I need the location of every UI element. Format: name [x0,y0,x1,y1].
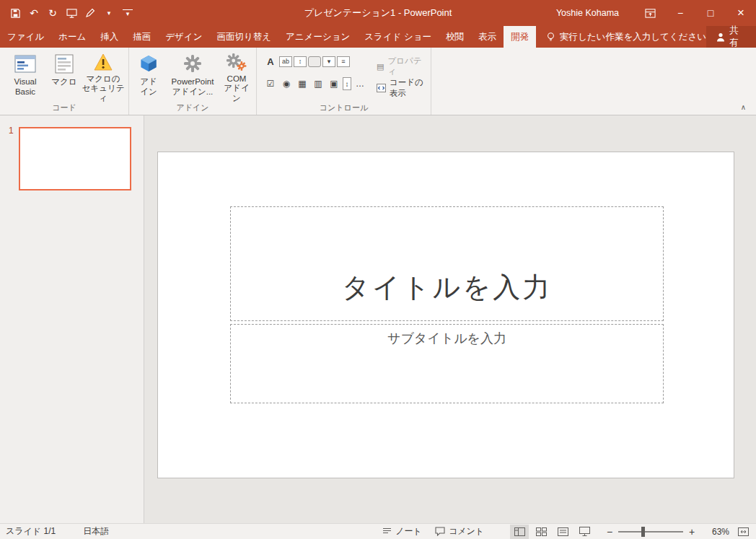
status-bar: スライド 1/1 日本語 ノート コメント [0,523,756,539]
tab-developer[interactable]: 開発 [504,26,536,48]
slide-number: 1 [9,126,14,136]
visual-basic-icon [14,52,36,75]
visual-basic-label: Visual Basic [3,77,48,97]
fit-slide-to-window-button[interactable] [738,527,749,536]
scrollbar-control-button[interactable]: ↕ [343,77,351,90]
add-ins-label: アド イン [140,77,157,97]
group-label-addins: アドイン [129,102,256,113]
collapse-ribbon-button[interactable]: ∧ [741,103,746,111]
notes-icon [382,527,392,535]
titlebar: ↶ ↻ ▾ ▾ プレゼンテーション1 - PowerPoint Yoshie K… [0,0,756,26]
quick-access-toolbar: ↶ ↻ ▾ ▾ [0,4,136,22]
add-ins-button[interactable]: アド イン [132,50,165,103]
lightbulb-icon [546,32,555,42]
reading-view-button[interactable] [553,525,572,539]
undo-icon[interactable]: ↶ [26,4,42,22]
ribbon-group-controls: A ab ↕ ▾ ≡ ☑ ◉ ▦ ▥ ▣ ↕ … [257,48,431,115]
tab-home[interactable]: ホーム [51,26,93,48]
ribbon: Visual Basic マクロ マクロの セキュリティ コード [0,48,756,115]
visual-basic-button[interactable]: Visual Basic [3,50,48,103]
tab-transitions[interactable]: 画面切り替え [209,26,278,48]
properties-icon: ▤ [377,62,384,71]
title-placeholder[interactable]: タイトルを入力 [230,206,664,321]
toggle-button-control-button[interactable]: ▦ [295,76,309,91]
ribbon-group-addins: アド イン PowerPoint アドイン... COM アドイン アドイン [129,48,257,115]
ribbon-tab-row: ファイル ホーム 挿入 描画 デザイン 画面切り替え アニメーション スライド … [0,26,756,48]
checkbox-control-button[interactable]: ☑ [263,76,278,91]
command-button-control-button[interactable] [308,56,321,67]
slide-thumbnail-pane: 1 [0,115,144,523]
language-indicator[interactable]: 日本語 [83,525,109,538]
redo-icon[interactable]: ↻ [45,4,61,22]
warning-icon [93,52,113,72]
view-code-button[interactable]: コードの表示 [377,80,428,96]
controls-text-buttons: ▤ プロパティ コードの表示 [377,50,428,96]
tab-review[interactable]: 校閲 [439,26,471,48]
frame-control-button[interactable]: ▥ [311,76,325,91]
macro-security-button[interactable]: マクロの セキュリティ [81,50,126,103]
tab-slideshow[interactable]: スライド ショー [357,26,439,48]
spin-button-control-button[interactable]: ↕ [294,56,307,67]
view-code-icon [377,84,386,92]
com-gear-icon [227,52,247,72]
maximize-button[interactable]: □ [695,0,726,26]
pen-icon[interactable] [82,4,98,22]
view-code-label: コードの表示 [390,77,428,99]
share-label: 共有 [729,25,746,49]
share-button[interactable]: 共有 [706,26,756,48]
customize-qat-icon[interactable]: ▾ [120,4,136,22]
powerpoint-add-ins-button[interactable]: PowerPoint アドイン... [165,50,220,103]
slide-sorter-view-button[interactable] [532,525,550,539]
label-control-button[interactable]: A [263,54,278,69]
comments-label: コメント [449,525,484,538]
option-button-control-button[interactable]: ◉ [279,76,294,91]
comments-button[interactable]: コメント [435,525,484,538]
tab-animations[interactable]: アニメーション [278,26,357,48]
zoom-level[interactable]: 63% [705,527,729,537]
list-box-control-button[interactable]: ≡ [337,56,350,67]
properties-button[interactable]: ▤ プロパティ [377,58,428,74]
zoom-in-button[interactable]: + [686,526,698,538]
more-controls-button[interactable]: … [353,76,367,91]
image-control-button[interactable]: ▣ [327,76,341,91]
save-icon[interactable] [7,4,23,22]
start-presentation-icon[interactable] [63,4,79,22]
notes-label: ノート [395,525,422,538]
macros-icon [55,52,74,75]
tab-file[interactable]: ファイル [0,26,51,48]
minimize-button[interactable]: − [665,0,695,26]
close-button[interactable]: × [726,0,756,26]
zoom-slider[interactable] [618,531,683,533]
zoom-slider-thumb[interactable] [641,527,645,537]
title-placeholder-text: タイトルを入力 [342,269,552,306]
controls-grid: A ab ↕ ▾ ≡ ☑ ◉ ▦ ▥ ▣ ↕ … [263,50,368,94]
textbox-control-button[interactable]: ab [279,56,292,67]
tell-me-box[interactable]: 実行したい作業を入力してください [546,26,706,48]
powerpoint-add-ins-label: PowerPoint アドイン... [172,77,214,97]
normal-view-button[interactable] [510,525,529,539]
com-add-ins-button[interactable]: COM アドイン [220,50,253,103]
macro-security-label: マクロの セキュリティ [81,74,126,104]
notes-button[interactable]: ノート [382,525,422,538]
tab-draw[interactable]: 描画 [126,26,158,48]
subtitle-placeholder[interactable]: サブタイトルを入力 [230,324,664,403]
qat-dropdown-icon[interactable]: ▾ [101,4,117,22]
tab-design[interactable]: デザイン [158,26,209,48]
account-name[interactable]: Yoshie Kohama [556,8,619,18]
zoom-out-button[interactable]: − [604,526,615,538]
tab-insert[interactable]: 挿入 [93,26,126,48]
ribbon-display-options-icon[interactable] [635,0,665,26]
macros-button[interactable]: マクロ [48,50,81,103]
group-label-controls: コントロール [257,102,431,113]
window-title: プレゼンテーション1 - PowerPoint [304,6,452,19]
status-bar-right: ノート コメント − + 63% [382,525,756,539]
gear-icon [183,52,202,75]
tab-view[interactable]: 表示 [471,26,504,48]
slideshow-view-button[interactable] [575,525,594,539]
slide-thumbnail[interactable] [19,127,131,190]
ribbon-group-code: Visual Basic マクロ マクロの セキュリティ コード [0,48,129,115]
combo-box-control-button[interactable]: ▾ [322,56,335,67]
main-area: 1 タイトルを入力 サブタイトルを入力 [0,115,756,523]
slide-info[interactable]: スライド 1/1 [6,525,56,538]
slide-canvas[interactable]: タイトルを入力 サブタイトルを入力 [157,152,734,478]
